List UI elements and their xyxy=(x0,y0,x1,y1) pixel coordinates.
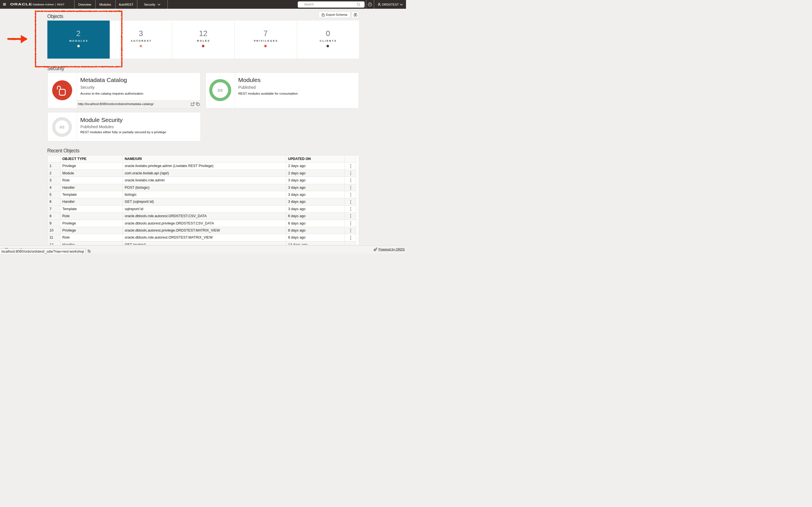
svg-text:2/2: 2/2 xyxy=(218,88,223,92)
svg-text:0/2: 0/2 xyxy=(59,125,64,129)
svg-text:?: ? xyxy=(369,3,370,6)
